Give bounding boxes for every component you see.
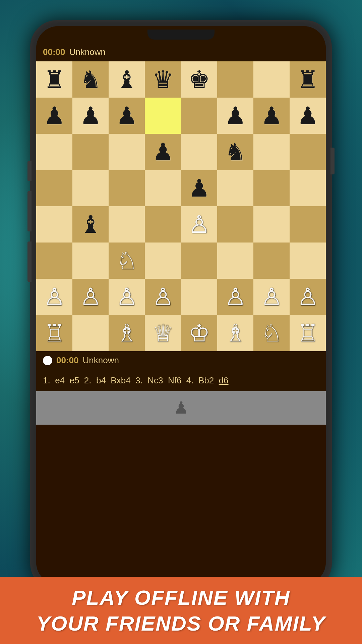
board-cell[interactable]: [181, 98, 217, 134]
board-cell[interactable]: ♞: [217, 134, 253, 170]
chess-piece: ♟: [225, 104, 246, 128]
board-cell[interactable]: ♟: [145, 134, 181, 170]
board-cell[interactable]: ♙: [109, 279, 145, 315]
board-cell[interactable]: [290, 170, 326, 206]
chess-piece: ♗: [116, 321, 138, 345]
board-cell[interactable]: [290, 243, 326, 279]
board-cell[interactable]: ♟: [36, 98, 72, 134]
phone-inner: 00:00 Unknown ♜♞♝♛♚♜♟♟♟♟♟♟♟♞♟♝♙♘♙♙♙♙♙♙♙♖…: [36, 26, 326, 584]
board-cell[interactable]: [72, 243, 109, 279]
board-cell[interactable]: [217, 243, 253, 279]
board-cell[interactable]: [253, 134, 290, 170]
board-cell[interactable]: ♟: [181, 170, 217, 206]
board-cell[interactable]: ♛: [145, 61, 181, 98]
board-cell[interactable]: ♟: [217, 98, 253, 134]
board-cell[interactable]: [36, 206, 72, 243]
board-cell[interactable]: ♖: [36, 315, 72, 351]
chess-piece: ♖: [297, 321, 319, 345]
chess-board-container: ♜♞♝♛♚♜♟♟♟♟♟♟♟♞♟♝♙♘♙♙♙♙♙♙♙♖♗♕♔♗♘♖: [36, 61, 326, 351]
board-cell[interactable]: [109, 170, 145, 206]
board-cell[interactable]: ♜: [290, 61, 326, 98]
board-cell[interactable]: [217, 61, 253, 98]
volume-up-button: [27, 161, 32, 181]
board-cell[interactable]: ♙: [253, 279, 290, 315]
board-cell[interactable]: ♗: [217, 315, 253, 351]
board-cell[interactable]: ♜: [36, 61, 72, 98]
chess-piece: ♟: [297, 104, 319, 128]
chess-piece: ♟: [188, 176, 210, 200]
board-cell[interactable]: ♝: [72, 206, 109, 243]
board-cell[interactable]: [217, 170, 253, 206]
chess-piece: ♖: [44, 321, 65, 345]
board-cell[interactable]: [217, 206, 253, 243]
board-cell[interactable]: [145, 170, 181, 206]
chess-piece: ♞: [80, 67, 102, 92]
black-player-timer: 00:00: [43, 47, 65, 57]
board-cell[interactable]: [36, 243, 72, 279]
board-cell[interactable]: [253, 206, 290, 243]
board-cell[interactable]: ♝: [109, 61, 145, 98]
status-bar: [36, 26, 326, 43]
board-cell[interactable]: [253, 170, 290, 206]
board-cell[interactable]: [290, 134, 326, 170]
chess-piece: ♙: [80, 285, 102, 309]
bottom-banner: PLAY OFFLINE WITH YOUR FRIENDS OR FAMILY: [0, 577, 362, 644]
board-cell[interactable]: [36, 134, 72, 170]
board-cell[interactable]: ♟: [72, 98, 109, 134]
board-cell[interactable]: [253, 61, 290, 98]
chess-piece: ♜: [297, 67, 319, 92]
board-cell[interactable]: [72, 134, 109, 170]
board-cell[interactable]: [109, 206, 145, 243]
board-cell[interactable]: [145, 98, 181, 134]
board-cell[interactable]: [109, 134, 145, 170]
chess-piece: ♛: [152, 67, 174, 92]
board-cell[interactable]: [72, 170, 109, 206]
chess-piece: ♝: [116, 67, 138, 92]
board-cell[interactable]: ♙: [145, 279, 181, 315]
input-area[interactable]: ♟: [36, 391, 326, 425]
board-cell[interactable]: [181, 134, 217, 170]
mute-button: [27, 241, 32, 282]
black-player-info: 00:00 Unknown: [36, 43, 326, 61]
board-cell[interactable]: [181, 279, 217, 315]
board-cell[interactable]: ♙: [217, 279, 253, 315]
board-cell[interactable]: ♙: [72, 279, 109, 315]
board-cell[interactable]: ♟: [109, 98, 145, 134]
board-cell[interactable]: [145, 243, 181, 279]
phone-frame: 00:00 Unknown ♜♞♝♛♚♜♟♟♟♟♟♟♟♞♟♝♙♘♙♙♙♙♙♙♙♖…: [30, 20, 332, 590]
banner-line2: YOUR FRIENDS OR FAMILY: [37, 611, 326, 635]
board-cell[interactable]: ♕: [145, 315, 181, 351]
white-player-dot: [43, 356, 52, 365]
board-cell[interactable]: ♞: [72, 61, 109, 98]
chess-board[interactable]: ♜♞♝♛♚♜♟♟♟♟♟♟♟♞♟♝♙♘♙♙♙♙♙♙♙♖♗♕♔♗♘♖: [36, 61, 326, 351]
board-cell[interactable]: ♘: [253, 315, 290, 351]
board-cell[interactable]: ♙: [36, 279, 72, 315]
chess-piece: ♟: [80, 104, 102, 128]
chess-piece: ♙: [116, 285, 138, 309]
chess-piece: ♟: [44, 104, 65, 128]
board-cell[interactable]: ♗: [109, 315, 145, 351]
chess-piece: ♙: [152, 285, 174, 309]
board-cell[interactable]: ♙: [290, 279, 326, 315]
board-cell[interactable]: [72, 315, 109, 351]
board-cell[interactable]: ♙: [181, 206, 217, 243]
board-cell[interactable]: ♖: [290, 315, 326, 351]
chess-piece: ♙: [297, 285, 319, 309]
chess-piece: ♗: [225, 321, 246, 345]
board-cell[interactable]: ♔: [181, 315, 217, 351]
board-cell[interactable]: [181, 243, 217, 279]
chess-piece: ♔: [188, 321, 210, 345]
board-cell[interactable]: [36, 170, 72, 206]
chess-piece: ♙: [188, 212, 210, 236]
chess-piece: ♞: [225, 140, 246, 164]
board-cell[interactable]: [145, 206, 181, 243]
chess-piece: ♝: [80, 212, 102, 236]
board-cell[interactable]: ♚: [181, 61, 217, 98]
board-cell[interactable]: ♘: [109, 243, 145, 279]
board-cell[interactable]: ♟: [253, 98, 290, 134]
board-cell[interactable]: [253, 243, 290, 279]
board-cell[interactable]: ♟: [290, 98, 326, 134]
chess-piece: ♟: [152, 140, 174, 164]
board-cell[interactable]: [290, 206, 326, 243]
chess-piece: ♟: [116, 104, 138, 128]
